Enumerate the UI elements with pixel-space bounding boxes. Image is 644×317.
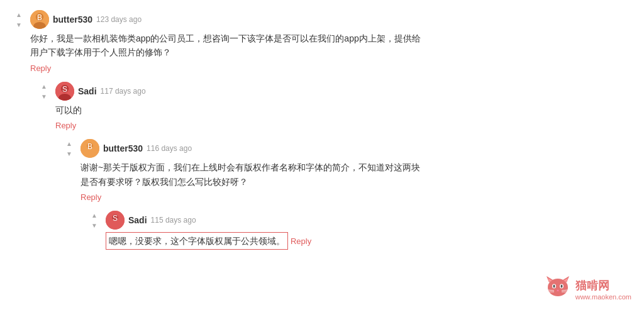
downvote-button[interactable] (64, 149, 74, 159)
comment-content: B butter530 116 days ago 谢谢~那关于版权方面，我们在上… (80, 139, 428, 202)
upvote-button[interactable] (14, 10, 24, 20)
vote-column (88, 211, 101, 252)
timestamp: 116 days ago (147, 144, 192, 153)
upvote-button[interactable] (89, 211, 99, 221)
vote-column (38, 82, 50, 130)
comment-text: 你好，我是一款相机装饰类app的公司员工，想咨询一下该字体是否可以在我们的app… (30, 31, 428, 60)
username: Sadi (78, 86, 97, 96)
reply-link[interactable]: Reply (30, 64, 51, 73)
downvote-button[interactable] (14, 20, 24, 30)
svg-point-23 (553, 285, 555, 288)
site-name: 猫啃网 (575, 278, 631, 293)
comment-content: S Sadi 117 days ago 可以的 Reply (55, 82, 428, 130)
downvote-button[interactable] (39, 92, 49, 102)
reply-link[interactable]: Reply (291, 236, 311, 246)
watermark-logo: 猫啃网 www.maoken.com (543, 274, 631, 304)
avatar: S (106, 211, 125, 230)
comment-header: S Sadi 117 days ago (55, 82, 428, 101)
avatar: S (55, 82, 74, 101)
comment-text: 可以的 (55, 103, 428, 117)
comment-block: S Sadi 117 days ago 可以的 Reply (38, 78, 428, 130)
username: Sadi (128, 215, 147, 225)
comments-container: B butter530 123 days ago 你好，我是一款相机装饰类app… (0, 0, 440, 264)
svg-text:B: B (87, 142, 92, 151)
username: butter530 (103, 143, 143, 153)
comment-block: S Sadi 115 days ago 嗯嗯，没要求，这个字体版权属于公共领域。… (88, 207, 428, 252)
svg-point-16 (548, 279, 568, 296)
reply-link[interactable]: Reply (55, 121, 76, 130)
highlighted-comment-text: 嗯嗯，没要求，这个字体版权属于公共领域。 (106, 232, 288, 250)
comment-header: B butter530 116 days ago (80, 139, 428, 158)
timestamp: 115 days ago (151, 216, 196, 225)
downvote-button[interactable] (89, 221, 99, 231)
comment-content: B butter530 123 days ago 你好，我是一款相机装饰类app… (30, 10, 428, 73)
avatar: B (80, 139, 99, 158)
watermark: 猫啃网 www.maoken.com (543, 274, 631, 304)
comment-content: S Sadi 115 days ago 嗯嗯，没要求，这个字体版权属于公共领域。… (106, 211, 428, 252)
upvote-button[interactable] (39, 82, 49, 92)
reply-link[interactable]: Reply (80, 192, 101, 202)
avatar: B (30, 10, 49, 29)
comment-header: S Sadi 115 days ago (106, 211, 428, 230)
vote-column (63, 139, 75, 202)
comment-block: B butter530 116 days ago 谢谢~那关于版权方面，我们在上… (63, 135, 428, 202)
username: butter530 (53, 14, 92, 25)
upvote-button[interactable] (64, 139, 74, 149)
site-url: www.maoken.com (575, 293, 631, 301)
vote-column (13, 10, 25, 73)
timestamp: 123 days ago (96, 15, 142, 24)
svg-text:B: B (37, 13, 42, 22)
timestamp: 117 days ago (101, 87, 146, 96)
svg-text:S: S (62, 85, 67, 94)
svg-text:S: S (113, 214, 118, 223)
svg-point-24 (560, 285, 562, 288)
comment-block: B butter530 123 days ago 你好，我是一款相机装饰类app… (13, 6, 428, 73)
comment-header: B butter530 123 days ago (30, 10, 428, 29)
comment-text: 谢谢~那关于版权方面，我们在上线时会有版权作者名称和字体的简介，不知道对这两块是… (80, 160, 428, 189)
cat-logo-icon (543, 274, 573, 304)
